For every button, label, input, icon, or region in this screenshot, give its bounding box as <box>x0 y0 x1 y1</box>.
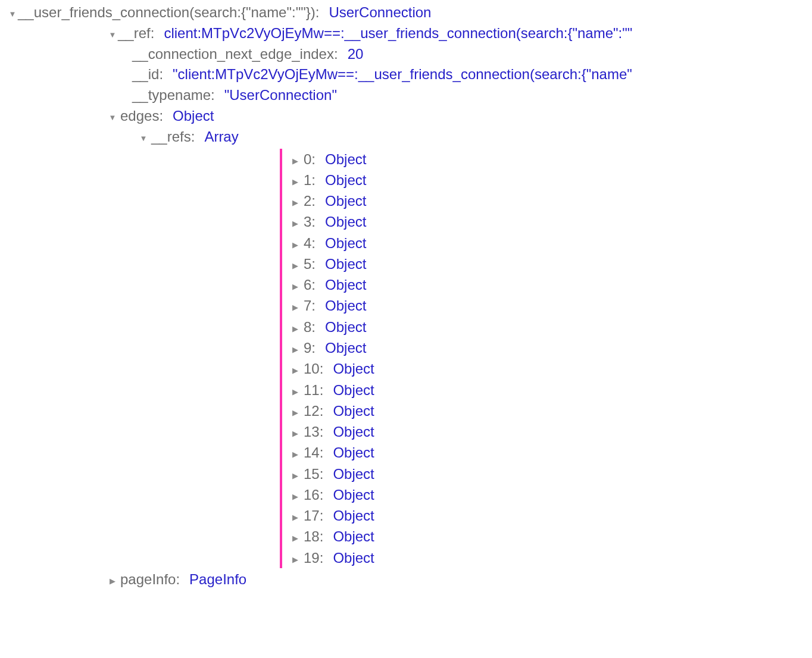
tree-row-array-item[interactable]: 8:Object <box>289 317 374 337</box>
row-value[interactable]: Object <box>333 380 374 400</box>
row-value[interactable]: Object <box>333 358 374 379</box>
expand-icon[interactable] <box>289 218 301 229</box>
row-value[interactable]: Object <box>325 149 366 170</box>
colon: : <box>320 463 324 484</box>
expand-icon[interactable] <box>289 176 301 187</box>
expand-icon[interactable] <box>107 30 118 41</box>
row-value[interactable]: Object <box>333 463 374 484</box>
tree-row-pageinfo[interactable]: pageInfo : PageInfo <box>0 569 812 590</box>
row-value[interactable]: Object <box>333 484 374 505</box>
colon: : <box>311 233 316 253</box>
colon: : <box>320 505 324 526</box>
expand-icon[interactable] <box>7 9 18 20</box>
expand-icon[interactable] <box>289 512 301 523</box>
row-value[interactable]: Object <box>333 421 374 442</box>
expand-icon[interactable] <box>289 197 301 208</box>
tree-row-array-item[interactable]: 17:Object <box>289 505 374 526</box>
expand-icon[interactable] <box>289 470 301 481</box>
tree-row-array-item[interactable]: 14:Object <box>289 442 374 463</box>
expand-icon[interactable] <box>107 112 118 124</box>
row-value[interactable]: Array <box>204 127 238 148</box>
expand-icon[interactable] <box>289 323 301 334</box>
row-value[interactable]: Object <box>325 317 366 337</box>
expand-icon[interactable] <box>107 576 118 587</box>
tree-row-array-item[interactable]: 18:Object <box>289 526 374 547</box>
row-key: 10 <box>304 358 320 379</box>
row-key: edges <box>120 106 159 127</box>
row-key: 14 <box>304 442 320 463</box>
tree-row-array-item[interactable]: 16:Object <box>289 484 374 505</box>
tree-row-array-item[interactable]: 13:Object <box>289 421 374 442</box>
colon: : <box>159 64 163 85</box>
colon: : <box>176 569 180 590</box>
tree-row-typename[interactable]: __typename : "UserConnection" <box>0 85 812 106</box>
expand-icon[interactable] <box>138 133 149 145</box>
expand-icon[interactable] <box>289 491 301 502</box>
tree-row-array-item[interactable]: 7:Object <box>289 295 374 316</box>
colon: : <box>311 190 316 211</box>
row-value[interactable]: Object <box>333 400 374 421</box>
tree-row-ref[interactable]: __ref : client:MTpVc2VyOjEyMw==:__user_f… <box>0 23 812 44</box>
colon: : <box>311 274 316 295</box>
tree-row-array-item[interactable]: 2:Object <box>289 190 374 211</box>
tree-row-array-item[interactable]: 4:Object <box>289 233 374 253</box>
colon: : <box>320 526 324 547</box>
tree-row-id[interactable]: __id : "client:MTpVc2VyOjEyMw==:__user_f… <box>0 64 812 85</box>
row-value[interactable]: Object <box>333 505 374 526</box>
expand-icon[interactable] <box>289 239 301 250</box>
row-key: 7 <box>304 295 311 316</box>
expand-icon[interactable] <box>289 386 301 397</box>
expand-icon[interactable] <box>289 428 301 439</box>
colon: : <box>320 380 324 400</box>
tree-row-edges[interactable]: edges : Object <box>0 106 812 127</box>
expand-icon[interactable] <box>289 281 301 292</box>
expand-icon[interactable] <box>289 554 301 565</box>
expand-icon[interactable] <box>289 155 301 167</box>
row-value[interactable]: Object <box>333 547 374 568</box>
row-value[interactable]: Object <box>325 274 366 295</box>
tree-row-array-item[interactable]: 6:Object <box>289 274 374 295</box>
tree-row-next-edge[interactable]: __connection_next_edge_index : 20 <box>0 44 812 65</box>
row-value[interactable]: Object <box>325 190 366 211</box>
row-value: "UserConnection" <box>224 85 337 106</box>
tree-row-array-item[interactable]: 5:Object <box>289 253 374 274</box>
expand-icon[interactable] <box>289 365 301 376</box>
row-key: 1 <box>304 170 311 190</box>
expand-icon[interactable] <box>289 302 301 313</box>
row-value[interactable]: Object <box>325 170 366 190</box>
row-value[interactable]: Object <box>325 233 366 253</box>
row-value[interactable]: Object <box>325 295 366 316</box>
row-value[interactable]: client:MTpVc2VyOjEyMw==:__user_friends_c… <box>164 23 632 44</box>
colon: : <box>151 23 155 44</box>
tree-row-array-item[interactable]: 10:Object <box>289 358 374 379</box>
row-value: "client:MTpVc2VyOjEyMw==:__user_friends_… <box>173 64 632 85</box>
row-value[interactable]: PageInfo <box>189 569 246 590</box>
row-value[interactable]: Object <box>333 526 374 547</box>
expand-icon[interactable] <box>289 260 301 271</box>
tree-row-array-item[interactable]: 0:Object <box>289 149 374 170</box>
expand-icon[interactable] <box>289 344 301 355</box>
tree-row-array-item[interactable]: 11:Object <box>289 380 374 400</box>
row-key: __ref <box>118 23 151 44</box>
refs-array-list: 0:Object1:Object2:Object3:Object4:Object… <box>289 149 374 568</box>
tree-row-array-item[interactable]: 15:Object <box>289 463 374 484</box>
row-value[interactable]: Object <box>325 337 366 358</box>
row-value[interactable]: Object <box>325 211 366 232</box>
colon: : <box>320 358 324 379</box>
row-value[interactable]: Object <box>173 106 214 127</box>
tree-row-array-item[interactable]: 12:Object <box>289 400 374 421</box>
expand-icon[interactable] <box>289 407 301 418</box>
tree-row-refs[interactable]: __refs : Array <box>0 127 812 148</box>
tree-row-root[interactable]: __user_friends_connection(search:{"name"… <box>0 2 812 23</box>
row-value[interactable]: Object <box>325 253 366 274</box>
row-value[interactable]: Object <box>333 442 374 463</box>
row-key: 16 <box>304 484 320 505</box>
tree-row-array-item[interactable]: 19:Object <box>289 547 374 568</box>
expand-icon[interactable] <box>289 449 301 460</box>
row-value[interactable]: UserConnection <box>329 2 431 23</box>
tree-row-array-item[interactable]: 3:Object <box>289 211 374 232</box>
expand-icon[interactable] <box>289 532 301 544</box>
row-key: 13 <box>304 421 320 442</box>
tree-row-array-item[interactable]: 1:Object <box>289 170 374 190</box>
tree-row-array-item[interactable]: 9:Object <box>289 337 374 358</box>
